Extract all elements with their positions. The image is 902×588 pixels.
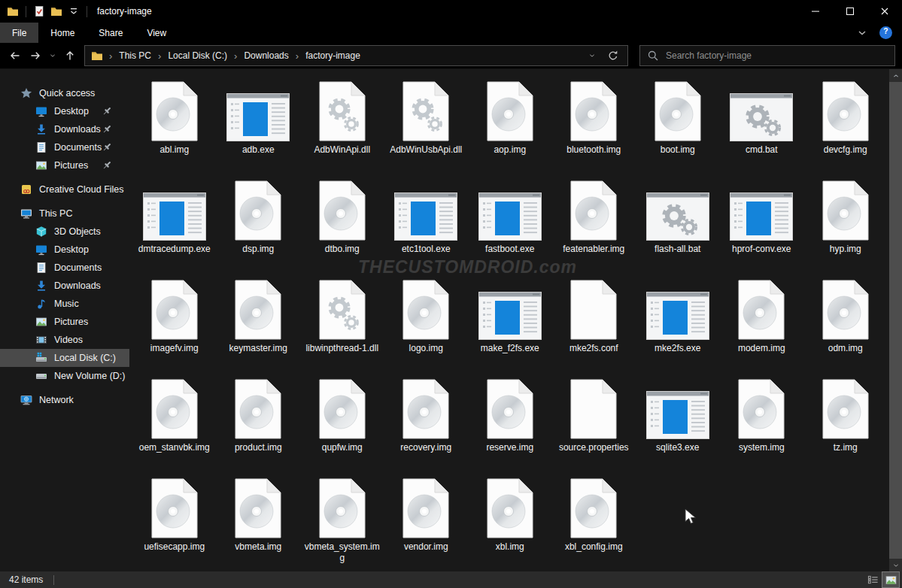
new-folder-button[interactable] [50, 5, 62, 17]
breadcrumb-separator-icon[interactable]: › [228, 50, 243, 62]
file-tile-reserve-img[interactable]: reserve.img [468, 374, 552, 474]
file-tile-adbwinapi-dll[interactable]: AdbWinApi.dll [300, 77, 384, 176]
file-tile-vbmeta-system-img[interactable]: vbmeta_system.img [300, 474, 384, 571]
properties-button[interactable] [33, 5, 45, 17]
file-tile-vendor-img[interactable]: vendor.img [384, 474, 469, 571]
file-tile-qupfw-img[interactable]: qupfw.img [300, 374, 384, 474]
expand-ribbon-chevron-icon[interactable] [856, 27, 868, 39]
breadcrumb-item-this-pc[interactable]: This PC [118, 50, 152, 61]
sidebar-item-local-disk-c[interactable]: Local Disk (C:) [0, 349, 129, 367]
sidebar-item-documents[interactable]: Documents [0, 259, 129, 277]
sidebar-item-desktop[interactable]: Desktop [0, 102, 129, 120]
up-button[interactable] [61, 46, 79, 65]
sidebar-item-downloads[interactable]: Downloads [0, 277, 129, 295]
address-history-chevron-icon[interactable] [586, 50, 598, 62]
file-tile-oem-stanvbk-img[interactable]: oem_stanvbk.img [132, 374, 217, 474]
sidebar-item-network[interactable]: Network [0, 391, 129, 409]
breadcrumb-separator-icon[interactable]: › [152, 50, 167, 62]
file-tile-odm-img[interactable]: odm.img [803, 275, 888, 374]
sidebar-item-quick-access[interactable]: Quick access [0, 84, 129, 102]
sidebar-item-this-pc[interactable]: This PC [0, 205, 129, 223]
file-tile-modem-img[interactable]: modem.img [720, 275, 804, 374]
sidebar-item-music[interactable]: Music [0, 295, 129, 313]
file-tile-flash-all-bat[interactable]: flash-all.bat [636, 176, 720, 275]
file-name: sqlite3.exe [656, 442, 699, 453]
sidebar-item-creative-cloud-files[interactable]: Creative Cloud Files [0, 180, 129, 199]
sidebar-group-gap [0, 174, 129, 180]
search-input[interactable] [666, 50, 888, 61]
ribbon-tab-home[interactable]: Home [38, 23, 87, 43]
file-tile-xbl-img[interactable]: xbl.img [468, 474, 552, 571]
file-tile-logo-img[interactable]: logo.img [384, 275, 469, 374]
file-tile-boot-img[interactable]: boot.img [636, 77, 720, 176]
network-icon [20, 394, 32, 406]
breadcrumb-item-local-disk-c[interactable]: Local Disk (C:) [167, 50, 228, 61]
sidebar-item-pictures[interactable]: Pictures [0, 313, 129, 331]
sidebar-item-downloads[interactable]: Downloads [0, 120, 129, 138]
scroll-down-icon[interactable] [889, 559, 902, 571]
file-tile-dsp-img[interactable]: dsp.img [217, 176, 301, 275]
sidebar-item-desktop[interactable]: Desktop [0, 241, 129, 259]
file-tile-system-img[interactable]: system.img [720, 374, 804, 474]
breadcrumb-separator-icon[interactable]: › [290, 50, 305, 62]
file-tile-keymaster-img[interactable]: keymaster.img [217, 275, 301, 374]
scroll-up-icon[interactable] [889, 69, 902, 82]
back-button[interactable] [6, 46, 24, 65]
file-tile-mke2fs-exe[interactable]: mke2fs.exe [636, 275, 720, 374]
sidebar-item-3d-objects[interactable]: 3D Objects [0, 223, 129, 241]
details-view-button[interactable] [864, 571, 882, 588]
breadcrumb-item-downloads[interactable]: Downloads [243, 50, 289, 61]
file-tile-cmd-bat[interactable]: cmd.bat [720, 77, 804, 176]
file-tile-devcfg-img[interactable]: devcfg.img [803, 77, 888, 176]
file-tile-xbl-config-img[interactable]: xbl_config.img [552, 474, 636, 571]
ribbon-tab-share[interactable]: Share [87, 23, 135, 43]
sidebar-item-videos[interactable]: Videos [0, 331, 129, 349]
large-icons-view-button[interactable] [882, 571, 900, 588]
ribbon-tab-view[interactable]: View [135, 23, 178, 43]
sidebar-item-new-volume-d[interactable]: New Volume (D:) [0, 367, 129, 385]
file-tile-imagefv-img[interactable]: imagefv.img [132, 275, 217, 374]
pin-icon [101, 105, 113, 117]
forward-button[interactable] [26, 46, 44, 65]
file-tile-tz-img[interactable]: tz.img [803, 374, 888, 474]
file-tile-aop-img[interactable]: aop.img [468, 77, 552, 176]
customize-toolbar-chevron-icon[interactable] [68, 5, 80, 17]
location-folder-icon[interactable] [91, 50, 103, 62]
refresh-icon[interactable] [607, 50, 619, 62]
sidebar-item-pictures[interactable]: Pictures [0, 156, 129, 174]
file-tile-uefisecapp-img[interactable]: uefisecapp.img [132, 474, 217, 571]
file-tile-product-img[interactable]: product.img [217, 374, 301, 474]
file-tile-hyp-img[interactable]: hyp.img [803, 176, 888, 275]
address-breadcrumb-bar[interactable]: ›This PC›Local Disk (C:)›Downloads›facto… [84, 45, 628, 66]
file-tile-hprof-conv-exe[interactable]: hprof-conv.exe [720, 176, 804, 275]
file-tile-vbmeta-img[interactable]: vbmeta.img [217, 474, 301, 571]
breadcrumb-item-factory-image[interactable]: factory-image [305, 50, 361, 61]
file-tile-source-properties[interactable]: source.properties [552, 374, 636, 474]
maximize-button[interactable] [833, 0, 867, 23]
disc-image-icon [487, 374, 533, 439]
file-tile-recovery-img[interactable]: recovery.img [384, 374, 469, 474]
file-tile-abl-img[interactable]: abl.img [132, 77, 217, 176]
vertical-scrollbar[interactable] [889, 69, 902, 571]
view-toggles [864, 571, 902, 588]
file-tile-dmtracedump-exe[interactable]: dmtracedump.exe [132, 176, 217, 275]
file-tile-libwinpthread-1-dll[interactable]: libwinpthread-1.dll [300, 275, 384, 374]
recent-locations-chevron-icon[interactable] [47, 46, 59, 65]
file-tile-adb-exe[interactable]: adb.exe [217, 77, 301, 176]
help-icon[interactable]: ? [879, 26, 892, 39]
sidebar-item-label: Quick access [39, 88, 95, 99]
search-box[interactable] [639, 45, 895, 66]
file-tile-make-f2fs-exe[interactable]: make_f2fs.exe [468, 275, 552, 374]
minimize-button[interactable] [798, 0, 833, 23]
file-tile-mke2fs-conf[interactable]: mke2fs.conf [552, 275, 636, 374]
disc-image-icon [319, 374, 366, 439]
breadcrumb-separator-icon[interactable]: › [103, 50, 118, 62]
file-name: imagefv.img [150, 343, 199, 354]
ribbon-tab-file[interactable]: File [0, 23, 38, 43]
close-button[interactable] [867, 0, 902, 23]
file-tile-bluetooth-img[interactable]: bluetooth.img [552, 77, 636, 176]
file-tile-adbwinusbapi-dll[interactable]: AdbWinUsbApi.dll [384, 77, 469, 176]
file-tile-sqlite3-exe[interactable]: sqlite3.exe [636, 374, 720, 474]
scrollbar-thumb[interactable] [889, 82, 902, 559]
sidebar-item-documents[interactable]: Documents [0, 138, 129, 156]
